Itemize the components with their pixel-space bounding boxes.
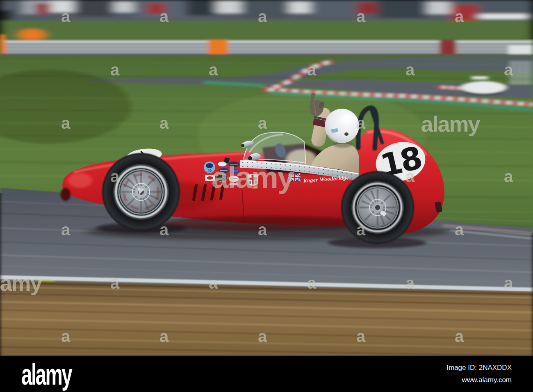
paddock-red-truck	[451, 5, 478, 22]
alamy-url[interactable]: www.alamy.com	[446, 374, 512, 386]
rear-wheel	[341, 171, 414, 244]
paddock-red-truck	[36, 3, 50, 14]
footer-meta: Image ID: 2NAXDDX www.alamy.com	[446, 362, 512, 386]
alamy-footer-bar: alamy Image ID: 2NAXDDX www.alamy.com	[0, 356, 533, 392]
stock-photo-page: 18 3 49	[0, 0, 533, 392]
nose-intake	[61, 188, 71, 201]
barrier-red-section	[440, 40, 456, 54]
orange-marker	[19, 29, 45, 41]
race-photo: 18 3 49	[0, 0, 533, 356]
white-background-car	[462, 81, 506, 93]
front-wheel	[102, 153, 180, 231]
alamy-logo: alamy	[21, 357, 71, 392]
paddock-blur-band	[0, 0, 533, 41]
tax-disc-number: 49	[207, 169, 212, 173]
image-id-text: Image ID: 2NAXDDX	[446, 362, 512, 374]
barrier-orange-left	[0, 34, 6, 53]
barrier-orange-section	[208, 39, 228, 55]
foreground-verge	[0, 280, 533, 356]
paddock-red-truck	[358, 2, 376, 14]
paddock-red-truck	[148, 3, 165, 14]
union-jack-flag	[288, 173, 301, 182]
shield-year: 1958	[252, 187, 257, 189]
helmet-badge	[344, 132, 348, 136]
